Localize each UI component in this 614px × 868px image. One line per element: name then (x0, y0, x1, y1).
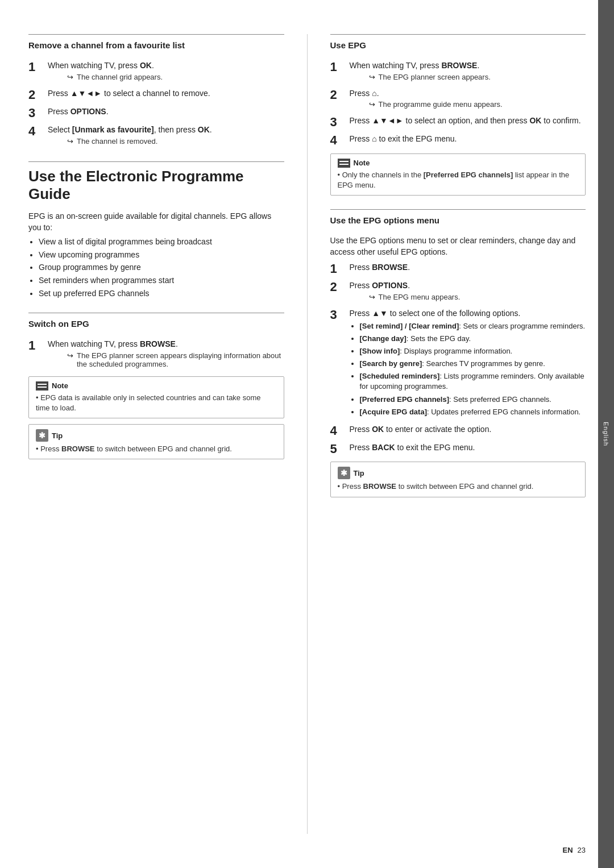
step-item: 1 When watching TV, press BROWSE. ↪ The … (28, 339, 284, 371)
switch-epg-steps: 1 When watching TV, press BROWSE. ↪ The … (28, 339, 284, 371)
list-item: View upcoming programmes (39, 250, 284, 261)
section-epg-options: Use the EPG options menu Use the EPG opt… (330, 215, 586, 497)
step-text: When watching TV, press BROWSE. (350, 60, 491, 72)
epg-intro: EPG is an on-screen guide available for … (28, 211, 284, 233)
page-footer: EN 23 (562, 846, 586, 854)
step-text: Press BACK to exit the EPG menu. (350, 442, 475, 454)
sub-text: The programme guide menu appears. (379, 100, 503, 109)
list-item: [Search by genre]: Searches TV programme… (360, 359, 586, 369)
step-sub: ↪ The channel is removed. (67, 137, 212, 146)
arrow-icon: ↪ (369, 100, 375, 109)
page-container: English Remove a channel from a favourit… (0, 0, 614, 868)
tip-body: • Press BROWSE to switch between EPG and… (338, 481, 579, 492)
note-box-use-epg: Note • Only the channels in the [Preferr… (330, 153, 586, 196)
step-item: 3 Press OPTIONS. (28, 106, 284, 120)
epg-big-title: Use the Electronic Programme Guide (28, 168, 284, 203)
sub-text: The channel is removed. (77, 137, 157, 146)
sub-text: The EPG planner screen appears. (379, 73, 491, 81)
arrow-icon: ↪ (67, 351, 73, 360)
note-icon (36, 381, 48, 391)
note-body: • Only the channels in the [Preferred EP… (338, 170, 579, 190)
step-item: 2 Press OPTIONS. ↪ The EPG menu appears. (330, 280, 586, 304)
page-number: 23 (578, 846, 586, 854)
step-text: Press ▲▼◄► to select an option, and then… (350, 115, 581, 127)
step-number: 1 (330, 262, 346, 276)
step-number: 1 (330, 60, 346, 74)
sub-text: The EPG planner screen appears displayin… (77, 351, 284, 368)
side-tab-label: English (603, 422, 609, 446)
step-text: Press ▲▼◄► to select a channel to remove… (48, 88, 210, 99)
step-sub: ↪ The programme guide menu appears. (369, 100, 503, 109)
arrow-icon: ↪ (369, 73, 375, 81)
list-item: [Scheduled reminders]: Lists programme r… (360, 371, 586, 392)
step-item: 2 Press ▲▼◄► to select a channel to remo… (28, 88, 284, 102)
list-item: [Acquire EPG data]: Updates preferred EP… (360, 407, 586, 417)
options-sub-list: [Set remind] / [Clear remind]: Sets or c… (360, 321, 586, 418)
step-sub: ↪ The EPG menu appears. (369, 293, 460, 301)
remove-channel-steps: 1 When watching TV, press OK. ↪ The chan… (28, 60, 284, 148)
switch-epg-title: Switch on EPG (28, 319, 284, 333)
tip-box-switch: ✱ Tip • Press BROWSE to switch between E… (28, 424, 284, 459)
tip-label: Tip (354, 469, 364, 477)
main-content: Remove a channel from a favourite list 1… (0, 17, 614, 851)
step-item: 1 When watching TV, press BROWSE. ↪ The … (330, 60, 586, 84)
step-text: When watching TV, press BROWSE. (48, 339, 284, 350)
step-item: 4 Press ⌂ to exit the EPG menu. (330, 134, 586, 147)
tip-header: ✱ Tip (338, 467, 579, 479)
list-item: View a list of digital programmes being … (39, 236, 284, 248)
divider-switch (28, 313, 284, 313)
step-text: Press OPTIONS. (350, 280, 460, 292)
step-item: 5 Press BACK to exit the EPG menu. (330, 442, 586, 456)
step-number: 5 (330, 442, 346, 456)
step-text: Press ⌂. (350, 88, 503, 99)
divider-epg-options (330, 209, 586, 210)
tip-box-options: ✱ Tip • Press BROWSE to switch between E… (330, 462, 586, 497)
step-text: Press ▲▼ to select one of the following … (350, 308, 586, 319)
step-text: Press ⌂ to exit the EPG menu. (350, 134, 457, 145)
remove-channel-title: Remove a channel from a favourite list (28, 40, 284, 55)
use-epg-steps: 1 When watching TV, press BROWSE. ↪ The … (330, 60, 586, 148)
step-number: 3 (330, 115, 346, 129)
list-item: Set up preferred EPG channels (39, 288, 284, 300)
list-item: [Preferred EPG channels]: Sets preferred… (360, 394, 586, 405)
section-use-epg: Use EPG 1 When watching TV, press BROWSE… (330, 34, 586, 196)
note-header: Note (36, 381, 277, 391)
step-sub: ↪ The EPG planner screen appears. (369, 73, 491, 81)
note-icon (338, 159, 350, 168)
tip-header: ✱ Tip (36, 429, 277, 442)
step-sub: ↪ The channel grid appears. (67, 73, 163, 81)
step-text: Press OPTIONS. (48, 106, 109, 118)
use-epg-title: Use EPG (330, 40, 586, 55)
step-text: Press OK to enter or activate the option… (350, 424, 492, 435)
note-body: • EPG data is available only in selected… (36, 393, 277, 413)
tip-icon: ✱ (36, 429, 48, 442)
step-item: 1 When watching TV, press OK. ↪ The chan… (28, 60, 284, 84)
note-header: Note (338, 159, 579, 168)
epg-bullet-list: View a list of digital programmes being … (39, 236, 284, 299)
tip-icon: ✱ (338, 467, 350, 479)
step-number: 3 (330, 308, 346, 322)
side-tab: English (598, 0, 614, 868)
step-item: 2 Press ⌂. ↪ The programme guide menu ap… (330, 88, 586, 111)
step-item: 4 Select [Unmark as favourite], then pre… (28, 124, 284, 148)
step-number: 4 (330, 424, 346, 438)
step-number: 1 (28, 339, 44, 352)
divider-remove (28, 34, 284, 35)
step-number: 2 (330, 88, 346, 102)
section-epg: Use the Electronic Programme Guide EPG i… (28, 168, 284, 300)
tip-body: • Press BROWSE to switch between EPG and… (36, 444, 277, 454)
arrow-icon: ↪ (369, 293, 375, 301)
note-label: Note (52, 381, 68, 390)
arrow-icon: ↪ (67, 137, 73, 146)
divider-use-epg (330, 34, 586, 35)
section-switch-epg: Switch on EPG 1 When watching TV, press … (28, 319, 284, 459)
step-item: 3 Press ▲▼ to select one of the followin… (330, 308, 586, 420)
epg-options-title: Use the EPG options menu (330, 215, 586, 230)
step-item: 3 Press ▲▼◄► to select an option, and th… (330, 115, 586, 129)
tip-label: Tip (52, 431, 63, 440)
left-column: Remove a channel from a favourite list 1… (28, 34, 308, 834)
divider-epg (28, 161, 284, 162)
step-number: 1 (28, 60, 44, 74)
step-text: Press BROWSE. (350, 262, 410, 273)
list-item: [Show info]: Displays programme informat… (360, 346, 586, 356)
